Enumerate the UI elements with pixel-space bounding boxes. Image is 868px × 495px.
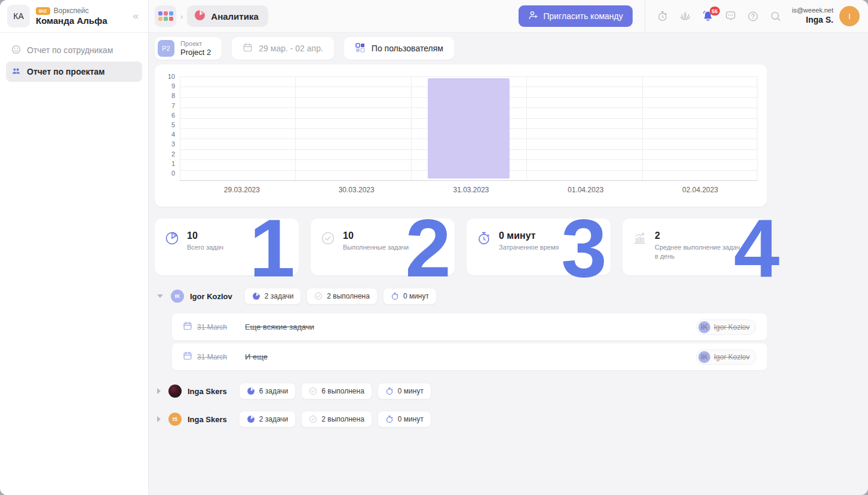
time-badge[interactable]: 0 минут xyxy=(378,383,431,399)
date-range-filter[interactable]: 29 мар. - 02 апр. xyxy=(232,37,334,60)
assignee-chip[interactable]: IK Igor Kozlov xyxy=(696,349,756,365)
task-title: И еще xyxy=(245,352,268,361)
bar-graph-icon xyxy=(632,230,648,248)
avatar: IS xyxy=(168,413,182,426)
y-axis: 109876543210 xyxy=(164,73,180,177)
badge-label: 6 выполнена xyxy=(321,387,364,395)
badge-label: 2 выполнена xyxy=(327,292,370,300)
calendar-icon xyxy=(183,351,192,363)
account-menu[interactable]: is@weeek.net Inga S. xyxy=(792,7,833,25)
check-circle-icon xyxy=(320,230,336,248)
assignee-name: Igor Kozlov xyxy=(714,323,750,331)
breadcrumb-chevron-icon: › xyxy=(180,12,183,21)
stats-row: 10 Всего задач 1 10 Выполненные задачи xyxy=(155,219,767,275)
user-name: Inga Skers xyxy=(188,387,227,396)
expand-chevron-icon[interactable] xyxy=(157,416,161,422)
group-by-value: По пользователям xyxy=(372,44,443,53)
help-icon[interactable] xyxy=(742,5,765,27)
stat-value: 10 xyxy=(343,230,409,241)
analytics-pie-icon xyxy=(194,10,206,23)
workspace-grid-icon[interactable] xyxy=(155,5,176,27)
task-title: Еще всякие задачи xyxy=(245,322,314,331)
group-by-filter[interactable]: По пользователям xyxy=(344,37,454,60)
stat-time-spent: 0 минут Затраченное время 3 xyxy=(467,219,611,275)
completed-count-badge[interactable]: 2 выполнена xyxy=(306,288,378,305)
invite-team-label: Пригласить команду xyxy=(544,11,623,21)
project-filter[interactable]: P2 Проект Project 2 xyxy=(155,37,222,60)
stopwatch-icon xyxy=(476,230,492,248)
team-icon xyxy=(11,66,21,78)
collapse-chevron-icon[interactable] xyxy=(157,294,163,298)
plan-badge: BIZ xyxy=(36,7,50,15)
invite-team-button[interactable]: Пригласить команду xyxy=(519,5,633,27)
tasks-count-badge[interactable]: 6 задачи xyxy=(239,383,296,399)
collapse-sidebar-icon[interactable]: « xyxy=(131,9,141,23)
workspace-name: Команда Альфа xyxy=(36,16,131,26)
app-window: КА BIZ Воркспейс Команда Альфа « Отчет п… xyxy=(0,0,868,495)
user-name: Igor Kozlov xyxy=(190,292,232,301)
task-list: 31 March Еще всякие задачи IK Igor Kozlo… xyxy=(172,313,767,370)
completed-count-badge[interactable]: 6 выполнена xyxy=(301,383,372,399)
chat-icon[interactable] xyxy=(719,5,742,27)
users-section: IK Igor Kozlov 2 задачи 2 выполнена 0 ми… xyxy=(155,287,767,428)
tasks-count-badge[interactable]: 2 задачи xyxy=(244,288,302,305)
tab-analytics-label: Аналитика xyxy=(211,11,258,21)
stat-label: Выполненные задачи xyxy=(343,243,409,252)
tasks-bar-chart: 109876543210 29.03.202330.03.202331.03.2… xyxy=(155,64,767,207)
stat-value: 2 xyxy=(655,230,744,241)
badge-label: 2 задачи xyxy=(259,415,289,423)
bell-icon[interactable]: 55 xyxy=(697,5,719,27)
task-row[interactable]: 31 March Еще всякие задачи IK Igor Kozlo… xyxy=(172,313,767,340)
account-avatar[interactable]: I xyxy=(839,6,860,26)
tab-analytics[interactable]: Аналитика xyxy=(187,5,268,27)
assignee-name: Igor Kozlov xyxy=(714,353,750,361)
task-due-date: 31 March xyxy=(197,353,227,361)
chart-bar[interactable] xyxy=(428,78,510,179)
workspace-type-label: Воркспейс xyxy=(54,7,89,15)
calendar-icon xyxy=(183,321,192,333)
topbar: › Аналитика Пригласить команду xyxy=(149,0,868,33)
stat-total-tasks: 10 Всего задач 1 xyxy=(155,219,299,275)
badge-label: 0 минут xyxy=(398,415,424,423)
user-name: Inga Skers xyxy=(188,415,227,424)
badge-label: 2 задачи xyxy=(265,292,294,300)
stat-value: 10 xyxy=(187,230,223,241)
user-row-inga-skers-1: Inga Skers 6 задачи 6 выполнена 0 минут xyxy=(157,382,767,400)
stat-avg-per-day: 2 Среднее выполнение задач в день 4 xyxy=(622,219,766,275)
smiley-icon xyxy=(11,45,21,56)
assignee-chip[interactable]: IK Igor Kozlov xyxy=(696,319,756,335)
stat-label: Среднее выполнение задач в день xyxy=(655,243,744,261)
date-range-value: 29 мар. - 02 апр. xyxy=(259,44,323,53)
lotus-icon[interactable] xyxy=(674,5,697,27)
search-icon[interactable] xyxy=(765,5,787,27)
account-name: Inga S. xyxy=(792,15,833,26)
person-plus-icon xyxy=(528,10,538,22)
user-row-inga-skers-2: IS Inga Skers 2 задачи 2 выполнена 0 мин… xyxy=(157,410,767,428)
expand-chevron-icon[interactable] xyxy=(157,388,161,394)
sidebar-item-project-report[interactable]: Отчет по проектам xyxy=(6,62,142,82)
account-email: is@weeek.net xyxy=(792,7,833,15)
avatar: IK xyxy=(698,321,710,333)
tasks-count-badge[interactable]: 2 задачи xyxy=(239,411,296,428)
task-row[interactable]: 31 March И еще IK Igor Kozlov xyxy=(172,343,767,370)
user-row-igor-kozlov: IK Igor Kozlov 2 задачи 2 выполнена 0 ми… xyxy=(157,287,767,305)
avatar: IK xyxy=(171,290,184,303)
avatar: IK xyxy=(698,351,710,363)
avatar xyxy=(168,385,182,398)
analytics-content: P2 Проект Project 2 29 мар. - 02 апр. xyxy=(149,33,767,438)
completed-count-badge[interactable]: 2 выполнена xyxy=(301,411,372,428)
stat-label: Затраченное время xyxy=(499,243,559,252)
time-badge[interactable]: 0 минут xyxy=(383,288,437,305)
chart-plot xyxy=(180,76,757,180)
sidebar: КА BIZ Воркспейс Команда Альфа « Отчет п… xyxy=(0,0,149,495)
sidebar-item-label: Отчет по проектам xyxy=(27,67,105,76)
timer-icon[interactable] xyxy=(651,5,674,27)
sidebar-item-employee-report[interactable]: Отчет по сотрудникам xyxy=(6,40,142,60)
pie-chart-icon xyxy=(164,230,180,248)
time-badge[interactable]: 0 минут xyxy=(378,411,431,428)
sidebar-item-label: Отчет по сотрудникам xyxy=(27,45,113,55)
stat-value: 0 минут xyxy=(499,230,559,241)
badge-label: 2 выполнена xyxy=(321,415,364,423)
main-area: › Аналитика Пригласить команду xyxy=(149,0,868,495)
workspace-avatar[interactable]: КА xyxy=(7,5,30,27)
